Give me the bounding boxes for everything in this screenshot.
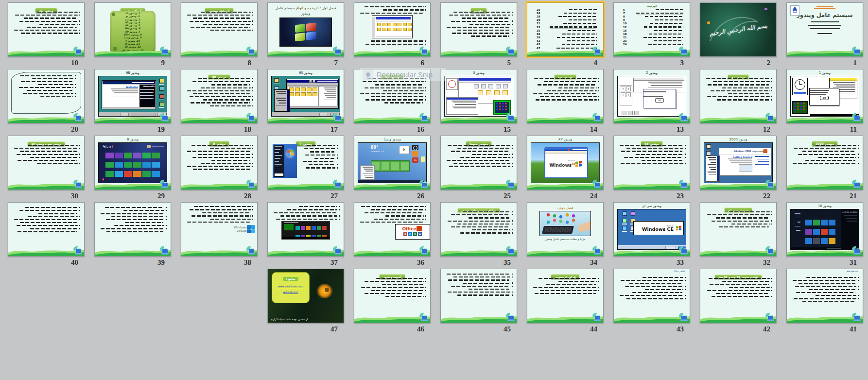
slide-35-thumbnail[interactable]: مزایای سیستم عامل ویندوز [440, 202, 517, 257]
chapter-heading: فصل اول : تاریخچه و انواع سیستم عامل وین… [275, 6, 337, 16]
toc-row: 16 [623, 29, 683, 32]
slide-7-thumbnail[interactable]: فصل اول : تاریخچه و انواع سیستم عامل وین… [267, 2, 344, 57]
text-line [360, 43, 426, 46]
clock-window [792, 78, 808, 95]
slide-26-thumbnail[interactable]: ویندوز ویستا80°Anaheim, CA16 [354, 136, 431, 190]
slide-34-thumbnail[interactable]: فصل دوم :مزایا و معایب سیستم عامل ویندوز [527, 202, 604, 257]
menubar [376, 19, 411, 21]
bullet-icon [771, 278, 772, 279]
slide-8-thumbnail[interactable]: تاریخچه ویندوز [181, 2, 258, 57]
slide-10-thumbnail[interactable]: ویندوز یک [8, 2, 85, 57]
slide-cell: تفاوت ویندوز 32 بیت و 64 بیت 42 [699, 269, 777, 335]
slide-20-thumbnail[interactable] [8, 69, 85, 123]
powerpoint-slide-sorter: { "app": {"background": "#c4c6c8", "view… [0, 0, 868, 380]
slide-40-thumbnail[interactable] [8, 202, 85, 257]
slide-1-thumbnail[interactable]: سیستم عامل ویندوز [786, 2, 863, 57]
bullet-icon [425, 296, 426, 297]
slide-12-thumbnail[interactable]: ویندوز دو [700, 69, 777, 123]
slide-44-thumbnail[interactable]: فراوری ویندوز [527, 269, 604, 323]
flower-icon [707, 21, 710, 24]
slide-2-thumbnail[interactable]: بسم الله الرحمن الرحیم [700, 2, 777, 57]
slide-heading: ویندوز 98 [95, 71, 171, 75]
bullet-icon [771, 281, 772, 282]
slide-41-thumbnail[interactable]: Hardware [786, 269, 863, 323]
slide-15-thumbnail[interactable]: ویندوز 3 [440, 69, 517, 123]
slide-21-thumbnail[interactable]: ویندوز 2000 [786, 136, 863, 190]
banner-wrap: فراوری ویندوز [527, 271, 603, 276]
bullet-icon [858, 295, 859, 296]
body-text [700, 277, 776, 298]
bullet-icon [425, 81, 426, 82]
bullet-icon [771, 99, 772, 100]
slide-cell: ویندوز 1OK 11 [785, 69, 863, 136]
slide-23-thumbnail[interactable]: ویندوز xp [613, 136, 690, 190]
banner-wrap: ویندوز سی ای [700, 204, 776, 209]
body-text [614, 276, 690, 300]
toc-page-number: 23 [623, 39, 627, 42]
slide-19-thumbnail[interactable]: ویندوز 98 Windows98 Welcome [94, 69, 171, 123]
slide-17-thumbnail[interactable]: ویندوز 95Start [267, 69, 344, 123]
slide-39-thumbnail[interactable] [94, 202, 171, 257]
source-link[interactable]: www.lana.ir [272, 291, 309, 294]
slide-45-thumbnail[interactable] [440, 269, 517, 323]
toc-page-number: 12 [623, 26, 627, 29]
slide-13-thumbnail[interactable]: ویندوز 2TTTTOK [613, 69, 690, 123]
slide-24-thumbnail[interactable]: ویندوز XP Microsoft Windowsxp [527, 136, 604, 190]
body-text [268, 205, 344, 221]
slide-6-thumbnail[interactable] [354, 2, 431, 57]
slide-3-thumbnail[interactable]: فهرست 5 7 8 9 10 12 16 18 21 23 24 [613, 2, 690, 57]
slide-11-thumbnail[interactable]: ویندوز 1OK [786, 69, 863, 123]
slide-33-thumbnail[interactable]: ویندوز سی ای Microsoft Windows CE [613, 202, 690, 257]
slide-30-thumbnail[interactable]: ویندوز نهم و ویندوز 10 [8, 136, 85, 190]
slide-row: ویندوز 2000 21ویندوز 2000 Windows 2000 P… [5, 136, 863, 202]
slide-heading: ویندوز 1 [787, 71, 863, 75]
bullet-icon [425, 215, 426, 216]
slide-9-thumbnail[interactable]: انواع ویندوز 1. ویندوز یک2. ویندوز دو3. … [94, 2, 171, 57]
slide-36-thumbnail[interactable]: Office WXOP [354, 202, 431, 257]
slide-29-thumbnail[interactable]: ویندوز 8StartWindowsAdmin [94, 136, 171, 190]
slide-38-thumbnail[interactable]: Windows update [181, 202, 258, 257]
bullet-icon [252, 209, 253, 210]
slide-22-thumbnail[interactable]: ویندوز 2000 Windows 2000 Professional Ge… [700, 136, 777, 190]
bullet-icon [425, 281, 426, 282]
slide-25-thumbnail[interactable]: ویندوز ویستا [440, 136, 517, 190]
banner-wrap: امنیت ویندوز [354, 271, 430, 276]
slide-number: 29 [93, 190, 171, 202]
green-wave-footer [786, 180, 863, 190]
text-line [447, 35, 513, 38]
slide-number: 5 [439, 57, 517, 69]
laptop-with-leaves-icon [71, 245, 83, 255]
laptop-with-leaves-icon [590, 312, 602, 321]
slide-43-thumbnail[interactable]: CPU , ALU [613, 269, 690, 323]
text-line [360, 102, 426, 104]
bullet-icon [425, 287, 426, 288]
snip-overlay: Rectangular Snip [360, 68, 446, 81]
slide-heading: ویندوز سی ای [614, 204, 690, 208]
slide-18-thumbnail[interactable]: ویندوز 98 [181, 69, 258, 123]
text-line [303, 147, 338, 151]
slide-5-thumbnail[interactable]: مقدمه [440, 2, 517, 57]
slide-27-thumbnail[interactable]: ویندوز 7 [267, 136, 344, 190]
slide-number: 7 [266, 57, 344, 69]
slide-42-thumbnail[interactable]: تفاوت ویندوز 32 بیت و 64 بیت [700, 269, 777, 323]
slide-46-thumbnail[interactable]: امنیت ویندوز [354, 269, 431, 323]
slide-4-thumbnail[interactable]: 25 26 28 29 31 33 35 36 39 42 45 47 [527, 2, 604, 57]
bullet-icon [685, 145, 686, 146]
slide-14-thumbnail[interactable]: ویندوز سه [527, 69, 604, 123]
green-wave-footer [354, 313, 430, 323]
source-link[interactable]: www.zarinhaar.com [272, 285, 309, 288]
slide-cell: ویندوز 2TTTTOK 13 [612, 69, 690, 136]
laptop-with-leaves-icon [417, 245, 429, 255]
windows1-screenshot: OK [790, 76, 859, 117]
bullet-icon [79, 148, 80, 149]
wavy-frame [11, 72, 81, 114]
slide-47-thumbnail[interactable]: منابع : www.zarinhaar.comwww.lana.ir از … [267, 269, 344, 323]
slide-28-thumbnail[interactable]: ویندوز 8 [181, 136, 258, 190]
slide-32-thumbnail[interactable]: ویندوز سی ای [700, 202, 777, 257]
slide-cell: 25 26 28 29 31 33 35 36 39 42 45 47 4 [526, 2, 604, 69]
slide-cell: ویندوز 3 15 [439, 69, 517, 136]
slide-31-thumbnail[interactable]: ویندوز 10ACTION CENTER [786, 202, 863, 257]
t [284, 222, 298, 223]
slide-37-thumbnail[interactable] [267, 202, 344, 257]
body-text [441, 11, 517, 38]
